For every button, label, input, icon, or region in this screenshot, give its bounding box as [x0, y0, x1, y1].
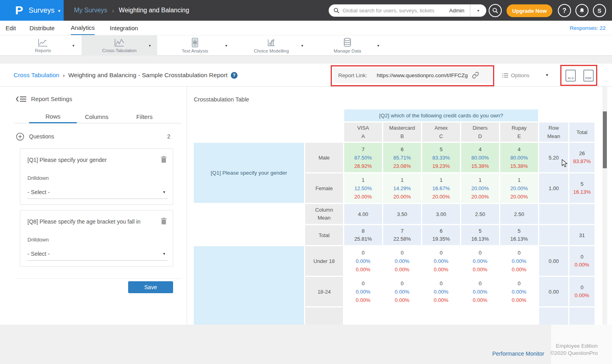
- drilldown-label: Drilldown: [27, 237, 49, 243]
- row-total-cell: 2683.87%: [569, 143, 594, 172]
- cross-tabulation-link[interactable]: Cross Tabulation: [14, 72, 59, 79]
- column-total-cell: 516.13%: [500, 225, 538, 245]
- column-mean-cell: 4.00: [344, 204, 382, 224]
- help-button[interactable]: ?: [558, 4, 571, 17]
- breadcrumb-current-survey: Weighting and Balancing: [119, 7, 189, 14]
- text-analysis-caret-icon[interactable]: ▾: [225, 43, 227, 48]
- notifications-button[interactable]: [575, 4, 589, 17]
- chevron-down-icon: ▾: [163, 190, 165, 194]
- report-help-icon[interactable]: ?: [231, 72, 238, 79]
- crosstab-cell: 00.00%0.00%: [422, 246, 460, 276]
- account-avatar[interactable]: S: [593, 4, 606, 17]
- responses-count[interactable]: Responses: 22: [570, 21, 606, 35]
- product-label: Surveys: [29, 6, 55, 15]
- product-switcher[interactable]: P Surveys ▾: [0, 0, 64, 21]
- link-icon: [472, 72, 479, 79]
- tool-reports[interactable]: Reports: [5, 35, 81, 56]
- analytics-toolbar: Reports ▾ Cross-Tabulation ▾ Text Analys…: [0, 35, 612, 56]
- column-mean-cell: 3.00: [422, 204, 460, 224]
- row-total-cell: 00.00%: [569, 277, 594, 306]
- drilldown-select-q8[interactable]: - Select - ▾: [27, 247, 168, 261]
- performance-monitor-link[interactable]: Performance Monitor: [492, 350, 544, 357]
- tab-columns[interactable]: Columns: [73, 111, 121, 123]
- text-analysis-icon: [191, 38, 199, 47]
- copy-link-button[interactable]: [472, 72, 479, 79]
- report-content: Cross Tabulation › Weighting and Balanci…: [0, 64, 612, 325]
- chevron-right-icon: ›: [112, 7, 114, 14]
- row-mean-cell: 0.00: [539, 246, 568, 276]
- nav-distribute[interactable]: Distribute: [29, 21, 55, 35]
- crosstab-cell: 112.50%20.00%: [344, 173, 382, 203]
- question-card-q8: [Q8] Please specify the age bracket you …: [20, 210, 173, 267]
- crosstab-cell: 00.00%0.00%: [461, 277, 499, 306]
- question-title: [Q1] Please specify your gender: [27, 157, 151, 163]
- column-mean-cell: 3.50: [383, 204, 421, 224]
- row-label-18-24: 18-24: [305, 277, 343, 306]
- column-total-cell: 825.81%: [344, 225, 382, 245]
- tool-choice-modelling[interactable]: Choice Modelling: [234, 35, 309, 56]
- report-settings-panel: Report Settings Rows Columns Filters Que…: [0, 87, 187, 325]
- col-header-rupay: RupayE: [500, 123, 538, 142]
- tab-filters[interactable]: Filters: [121, 111, 168, 123]
- options-menu[interactable]: Options: [502, 64, 530, 87]
- report-link-bar: Report Link: https://www.questionpro.com…: [333, 68, 492, 83]
- questions-header-row: Questions 2: [16, 130, 175, 142]
- row-mean-cell: 1.00: [539, 173, 568, 203]
- app-window: P Surveys ▾ My Surveys › Weighting and B…: [0, 0, 612, 364]
- chevron-down-icon: ▾: [58, 8, 60, 14]
- row-question-q8: [194, 246, 304, 325]
- collapse-panel-icon: [16, 96, 26, 102]
- crosstab-cell: 120.00%20.00%: [500, 173, 538, 203]
- global-search-input[interactable]: [339, 8, 449, 14]
- export-xls-button[interactable]: XLS: [565, 70, 577, 82]
- search-submit-button[interactable]: [489, 4, 502, 17]
- pdf-file-icon: PDF: [583, 70, 594, 82]
- row-label-total: Total: [305, 225, 343, 245]
- collapse-settings-button[interactable]: Report Settings: [16, 95, 72, 102]
- delete-question-icon[interactable]: [161, 156, 167, 163]
- crosstab-cell: 114.29%20.00%: [383, 173, 421, 203]
- breadcrumb-my-surveys[interactable]: My Surveys: [74, 7, 107, 14]
- chevron-down-icon: ▾: [163, 251, 165, 256]
- tool-text-analysis[interactable]: Text Analysis: [157, 35, 233, 56]
- crosstab-cell: 480.00%15.38%: [500, 143, 538, 172]
- reports-caret-icon[interactable]: ▾: [72, 43, 74, 48]
- options-label: Options: [511, 72, 530, 78]
- manage-data-caret-icon[interactable]: ▾: [377, 43, 379, 48]
- choice-modelling-icon: [267, 38, 276, 47]
- search-scope-selector[interactable]: Admin: [449, 8, 470, 14]
- nav-analytics[interactable]: Analytics: [71, 21, 95, 35]
- row-question-q1: [Q1] Please specify your gender: [194, 143, 304, 203]
- delete-question-icon[interactable]: [161, 218, 167, 224]
- nav-edit[interactable]: Edit: [6, 21, 16, 35]
- row-mean-cell: 0.00: [539, 277, 568, 306]
- scrollbar-thumb[interactable]: [603, 111, 607, 168]
- report-header: Cross Tabulation › Weighting and Balanci…: [0, 64, 612, 87]
- crosstab-cell: 00.00%0.00%: [500, 277, 538, 306]
- report-link-url[interactable]: https://www.questionpro.com/t/lFFCZg: [377, 72, 468, 78]
- crosstab-cell: 685.71%23.08%: [383, 143, 421, 172]
- column-total-cell: 619.35%: [422, 225, 460, 245]
- choice-modelling-caret-icon[interactable]: ▾: [301, 43, 303, 48]
- crosstab-title: Crosstabulation Table: [194, 96, 249, 103]
- column-total-cell: 516.13%: [461, 225, 499, 245]
- crosstab-cell: 00.00%0.00%: [461, 246, 499, 276]
- tool-cross-tabulation[interactable]: Cross-Tabulation: [82, 35, 157, 56]
- export-pdf-button[interactable]: PDF: [583, 70, 595, 82]
- drilldown-select-q1[interactable]: - Select - ▾: [27, 185, 168, 199]
- crosstab-cell: 00.00%0.00%: [344, 246, 382, 276]
- options-caret-icon[interactable]: ▾: [546, 72, 548, 78]
- nav-integration[interactable]: Integration: [110, 21, 138, 35]
- scope-caret-icon[interactable]: ▾: [470, 8, 486, 13]
- edition-label: Employee Edition: [556, 343, 598, 349]
- add-question-icon[interactable]: [16, 132, 24, 141]
- tool-manage-data[interactable]: Manage Data: [310, 35, 385, 56]
- report-link-label: Report Link:: [338, 72, 367, 78]
- save-button[interactable]: Save: [128, 281, 173, 293]
- tab-rows[interactable]: Rows: [29, 111, 77, 123]
- copyright-label: ©2020 QuestionPro: [550, 350, 598, 356]
- list-icon: [502, 73, 508, 78]
- upgrade-now-button[interactable]: Upgrade Now: [507, 4, 552, 17]
- cross-tab-caret-icon[interactable]: ▾: [149, 43, 151, 48]
- row-label-male: Male: [305, 143, 343, 172]
